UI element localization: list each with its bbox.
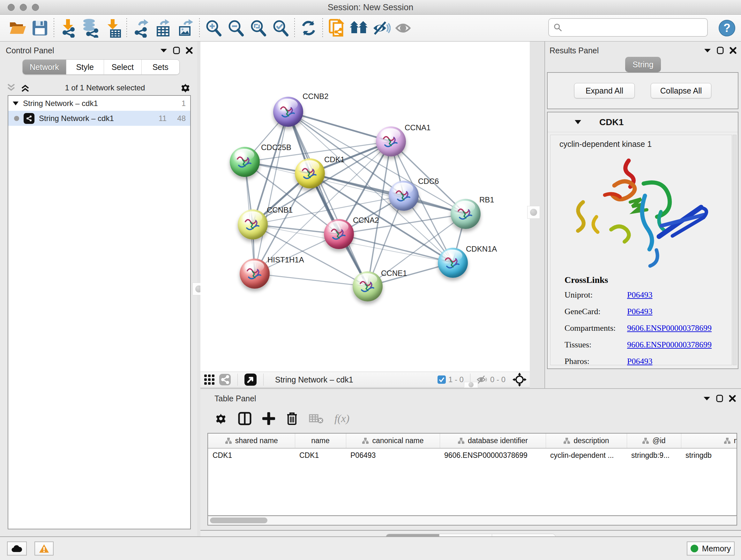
crosslink-row: GeneCard: P06493 [564, 307, 725, 316]
network-options-gear-icon[interactable] [180, 82, 191, 93]
node-HIST1H1A[interactable] [240, 259, 270, 289]
import-network-file-icon[interactable] [57, 17, 79, 39]
results-divider-handle[interactable] [527, 206, 540, 219]
home-icon[interactable] [348, 17, 370, 39]
node-label-CCNA2: CCNA2 [353, 216, 379, 225]
panel-float-icon[interactable] [173, 47, 180, 54]
node-CCNB1[interactable] [238, 209, 268, 240]
node-RB1[interactable] [451, 199, 481, 229]
detach-view-icon[interactable] [244, 373, 257, 386]
node-CDC6[interactable] [389, 181, 419, 211]
node-CDK1[interactable] [295, 159, 325, 188]
results-collapse-icon[interactable] [704, 48, 711, 53]
table-divider-handle[interactable] [464, 382, 478, 388]
create-column-icon[interactable] [262, 412, 275, 425]
export-table-icon[interactable] [152, 17, 174, 39]
tissues-link[interactable]: 9606.ENSP00000378699 [627, 340, 712, 350]
string-view-icon[interactable] [219, 374, 231, 386]
results-scrollbar[interactable] [733, 135, 737, 365]
table-options-gear-icon[interactable] [214, 412, 227, 425]
node-structure-thumbnail [276, 101, 300, 122]
copy-network-icon[interactable] [326, 17, 348, 39]
genecard-link[interactable]: P06493 [627, 307, 652, 316]
export-image-icon[interactable] [174, 17, 197, 39]
delete-column-icon[interactable] [286, 412, 298, 426]
tab-select[interactable]: Select [104, 60, 142, 74]
collection-expander-icon[interactable] [13, 101, 18, 106]
grid-view-icon[interactable] [204, 374, 215, 385]
refresh-icon[interactable] [297, 17, 320, 39]
column-header[interactable]: name [295, 434, 346, 448]
search-input[interactable] [562, 23, 703, 32]
delete-table-icon[interactable] [309, 413, 324, 424]
import-table-icon[interactable] [102, 17, 124, 39]
crosslink-row: Tissues: 9606.ENSP00000378699 [564, 340, 725, 350]
edge-CCNB2-CCNA1[interactable] [288, 112, 391, 141]
node-CCNA2[interactable] [324, 219, 354, 249]
expand-all-button[interactable]: Expand All [574, 83, 635, 98]
function-builder-icon[interactable]: f(x) [334, 413, 349, 425]
column-header[interactable]: namespace [681, 434, 737, 448]
table-collapse-icon[interactable] [703, 396, 711, 401]
import-network-database-icon[interactable] [79, 17, 102, 39]
node-CCNA1[interactable] [376, 126, 406, 157]
zoom-in-icon[interactable] [202, 17, 225, 39]
edge-CCNB2-HIST1H1A[interactable] [255, 112, 288, 273]
uniprot-link[interactable]: P06493 [627, 290, 652, 300]
results-float-icon[interactable] [717, 47, 724, 54]
tab-network[interactable]: Network [23, 60, 66, 74]
table-horizontal-scrollbar[interactable] [207, 516, 737, 525]
collapse-all-networks-icon[interactable] [6, 83, 16, 92]
shared-column-icon [362, 437, 369, 444]
collapse-all-button[interactable]: Collapse All [651, 83, 711, 98]
results-tab-string[interactable]: String [625, 57, 661, 72]
network-collection-row[interactable]: String Network – cdk1 1 [8, 96, 190, 111]
cloud-status-button[interactable] [7, 542, 27, 556]
selected-checkbox-icon[interactable] [437, 375, 446, 384]
table-row[interactable]: CDK1 CDK1 P06493 9606.ENSP00000378699 cy… [208, 448, 737, 462]
show-columns-icon[interactable] [238, 412, 252, 425]
pharos-link[interactable]: P06493 [627, 357, 652, 366]
shared-column-icon [642, 437, 649, 444]
results-close-icon[interactable] [730, 47, 737, 54]
memory-button[interactable]: Memory [687, 542, 735, 556]
column-header[interactable]: description [546, 434, 627, 448]
zoom-fit-icon[interactable] [247, 17, 269, 39]
tab-sets[interactable]: Sets [142, 60, 179, 74]
search-box[interactable] [548, 18, 708, 37]
edge-CCNA2-CDKN1A[interactable] [339, 234, 453, 263]
edge-HIST1H1A-CCNE1[interactable] [255, 273, 367, 287]
tab-style[interactable]: Style [66, 60, 104, 74]
column-header[interactable]: database identifier [440, 434, 546, 448]
fit-selected-crosshair-icon[interactable] [513, 373, 527, 387]
network-canvas[interactable]: CCNB2CCNA1CDC25BCDK1CDC6RB1CCNB1CCNA2CDK… [200, 42, 530, 372]
column-header[interactable]: @id [627, 434, 681, 448]
panel-collapse-icon[interactable] [160, 48, 167, 53]
edge-CDK1-RB1[interactable] [310, 173, 466, 214]
gene-header-row[interactable]: CDK1 [548, 112, 738, 132]
column-header[interactable]: canonical name [346, 434, 440, 448]
zoom-selected-icon[interactable] [269, 17, 292, 39]
network-row-selected[interactable]: String Network – cdk1 11 48 [8, 111, 190, 126]
node-structure-thumbnail [298, 163, 322, 183]
panel-close-icon[interactable] [186, 47, 193, 54]
open-session-icon[interactable] [6, 17, 29, 39]
table-close-icon[interactable] [729, 395, 736, 402]
node-CCNB2[interactable] [273, 97, 303, 127]
table-float-icon[interactable] [716, 395, 723, 402]
warnings-button[interactable] [35, 542, 54, 556]
gene-expander-icon[interactable] [575, 120, 582, 125]
node-CDKN1A[interactable] [438, 248, 468, 278]
export-network-icon[interactable] [130, 17, 152, 39]
save-session-icon[interactable] [29, 17, 51, 39]
expand-all-networks-icon[interactable] [20, 83, 30, 92]
compartments-link[interactable]: 9606.ENSP00000378699 [627, 323, 712, 333]
node-CDC25B[interactable] [230, 147, 260, 177]
node-structure-thumbnail [233, 151, 257, 172]
column-header[interactable]: shared name [208, 434, 295, 448]
help-icon[interactable]: ? [719, 20, 735, 37]
node-CCNE1[interactable] [353, 271, 383, 301]
bird-eye-toggle-icon[interactable] [393, 17, 415, 39]
hide-graphics-details-icon[interactable] [370, 17, 393, 39]
zoom-out-icon[interactable] [225, 17, 247, 39]
